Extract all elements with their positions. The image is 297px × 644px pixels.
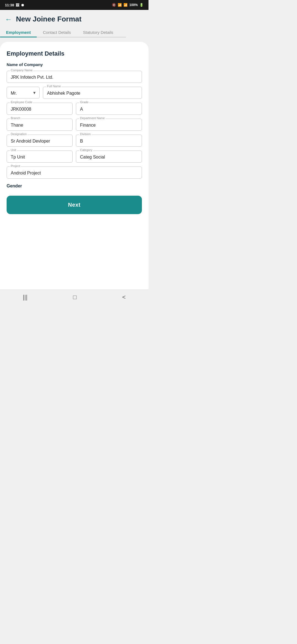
- branch-label: Branch: [10, 116, 21, 120]
- project-input[interactable]: [7, 167, 142, 179]
- category-input[interactable]: [76, 151, 142, 163]
- company-name-group: Company Name: [7, 71, 142, 83]
- full-name-label: Full Name: [46, 84, 62, 88]
- salutation-wrap: Mr. Ms. Mrs. Dr. ▼: [7, 87, 40, 99]
- designation-division-group: Designation Division: [7, 135, 142, 147]
- company-name-input[interactable]: [7, 71, 142, 83]
- grade-input[interactable]: [76, 103, 142, 115]
- gender-title: Gender: [7, 184, 142, 189]
- division-wrap: Division: [76, 135, 142, 147]
- category-wrap: Category: [76, 151, 142, 163]
- branch-dept-group: Branch Department Name: [7, 119, 142, 131]
- mute-icon: 🔇: [112, 3, 116, 7]
- full-name-wrap: Full Name: [43, 87, 142, 99]
- unit-category-group: Unit Category: [7, 151, 142, 163]
- designation-wrap: Designation: [7, 135, 73, 147]
- division-input[interactable]: [76, 135, 142, 147]
- division-label: Division: [79, 132, 92, 136]
- unit-wrap: Unit: [7, 151, 73, 163]
- page-title: New Joinee Format: [16, 15, 81, 23]
- project-label: Project: [10, 164, 21, 168]
- grade-wrap: Grade: [76, 103, 142, 115]
- project-wrap: Project: [7, 167, 142, 179]
- department-input[interactable]: [76, 119, 142, 131]
- employee-code-label: Employee Code: [10, 100, 33, 104]
- employee-code-wrap: Employee Code: [7, 103, 73, 115]
- battery-text: 100%: [129, 3, 138, 7]
- status-left: 11:38 🖼 ⏺: [5, 3, 24, 7]
- back-button[interactable]: ←: [5, 16, 12, 23]
- media-icon: ⏺: [21, 3, 24, 7]
- department-wrap: Department Name: [76, 119, 142, 131]
- gender-section: Gender: [7, 184, 142, 189]
- tab-employment[interactable]: Employment: [0, 26, 37, 37]
- home-icon[interactable]: □: [73, 294, 77, 301]
- grade-label: Grade: [79, 100, 89, 104]
- bottom-nav: ||| □ <: [0, 290, 148, 306]
- app-bar: ← New Joinee Format: [0, 10, 148, 26]
- department-label: Department Name: [79, 116, 106, 120]
- next-button[interactable]: Next: [7, 196, 142, 214]
- section-title: Employment Details: [7, 50, 142, 57]
- status-right: 🔇 📶 📶 100% 🔋: [112, 3, 144, 7]
- back-nav-icon[interactable]: <: [122, 294, 126, 301]
- category-label: Category: [79, 148, 93, 152]
- tab-contact-details[interactable]: Contact Details: [37, 26, 77, 37]
- unit-input[interactable]: [7, 151, 73, 163]
- branch-input[interactable]: [7, 119, 73, 131]
- fullname-group: Mr. Ms. Mrs. Dr. ▼ Full Name: [7, 87, 142, 99]
- tab-partial: [119, 26, 148, 37]
- status-time: 11:38: [5, 3, 14, 7]
- designation-label: Designation: [10, 132, 28, 136]
- employee-grade-group: Employee Code Grade: [7, 103, 142, 115]
- unit-label: Unit: [10, 148, 17, 152]
- salutation-select[interactable]: Mr. Ms. Mrs. Dr.: [7, 87, 40, 99]
- employee-code-input[interactable]: [7, 103, 73, 115]
- project-group: Project: [7, 167, 142, 179]
- status-bar: 11:38 🖼 ⏺ 🔇 📶 📶 100% 🔋: [0, 0, 148, 10]
- signal-icon: 📶: [123, 3, 128, 7]
- gallery-icon: 🖼: [16, 3, 19, 7]
- tabs-bar: Employment Contact Details Statutory Det…: [0, 26, 148, 37]
- battery-icon: 🔋: [139, 3, 144, 7]
- company-name-wrap: Company Name: [7, 71, 142, 83]
- branch-wrap: Branch: [7, 119, 73, 131]
- tab-statutory-details[interactable]: Statutory Details: [77, 26, 119, 37]
- full-name-input[interactable]: [43, 87, 142, 99]
- main-card: Employment Details Name of Company Compa…: [0, 42, 148, 290]
- menu-icon[interactable]: |||: [23, 294, 28, 301]
- company-subsection: Name of Company: [7, 62, 142, 67]
- designation-input[interactable]: [7, 135, 73, 147]
- company-name-label: Company Name: [10, 69, 33, 72]
- wifi-icon: 📶: [118, 3, 122, 7]
